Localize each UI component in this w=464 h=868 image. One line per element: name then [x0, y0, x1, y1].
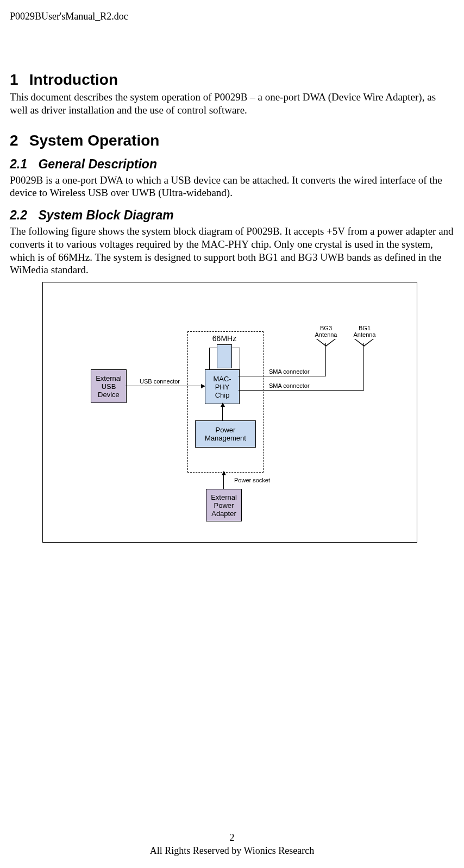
bg1-antenna-stick — [363, 343, 364, 346]
bg3-antenna-icon — [316, 339, 336, 347]
subsection-2-1-paragraph: P0029B is a one-port DWA to which a USB … — [10, 174, 454, 200]
header-filename: P0029BUser'sManual_R2.doc — [10, 11, 454, 22]
power-management-label: Power Management — [205, 426, 246, 442]
mac-phy-chip-block: MAC- PHY Chip — [205, 369, 240, 404]
section-2-title: System Operation — [29, 132, 160, 149]
bg3-antenna-text: BG3 Antenna — [315, 325, 337, 338]
sma-connector-1-label: SMA connector — [269, 368, 310, 375]
subsection-2-2-number: 2.2 — [10, 208, 35, 223]
section-1-heading: 1 Introduction — [10, 71, 454, 89]
bg3-antenna-stick — [325, 343, 326, 346]
power-management-block: Power Management — [195, 420, 256, 448]
external-power-adapter-block: External Power Adapter — [206, 489, 242, 521]
bg3-antenna-label: BG3 Antenna — [312, 325, 340, 338]
document-page: P0029BUser'sManual_R2.doc 1 Introduction… — [0, 0, 464, 868]
sma-connector-2-line-v — [363, 346, 364, 391]
subsection-2-2-title: System Block Diagram — [38, 208, 173, 222]
mac-phy-label: MAC- PHY Chip — [213, 375, 231, 399]
section-1-number: 1 — [10, 71, 25, 89]
power-to-macphy-line — [222, 403, 223, 420]
subsection-2-1-number: 2.1 — [10, 157, 35, 172]
section-2-number: 2 — [10, 132, 25, 149]
section-2-heading: 2 System Operation — [10, 132, 454, 149]
section-1-title: Introduction — [29, 71, 118, 88]
subsection-2-1-title: General Description — [38, 157, 157, 171]
subsection-2-2-paragraph: The following figure shows the system bl… — [10, 225, 454, 276]
section-1-paragraph: This document describes the system opera… — [10, 91, 454, 117]
sma-connector-2-label: SMA connector — [269, 382, 310, 389]
bg1-antenna-text: BG1 Antenna — [354, 325, 376, 338]
sma-connector-1-line-h — [239, 376, 325, 376]
usb-connector-line — [126, 386, 205, 386]
crystal-block — [217, 344, 232, 368]
bg1-antenna-icon — [354, 339, 374, 347]
crystal-wire-left — [209, 348, 217, 370]
copyright-text: All Rights Reserved by Wionics Research — [0, 845, 464, 857]
external-usb-device-block: External USB Device — [91, 369, 127, 403]
usb-connector-label: USB connector — [140, 378, 180, 385]
sma-connector-2-line-h — [239, 390, 363, 391]
crystal-wire-right — [232, 348, 240, 370]
external-power-line — [223, 471, 224, 489]
crystal-freq-label: 66MHz — [204, 334, 245, 343]
page-number: 2 — [0, 832, 464, 844]
external-power-label: External Power Adapter — [211, 493, 237, 518]
subsection-2-2-heading: 2.2 System Block Diagram — [10, 208, 454, 223]
sma-connector-1-line-v — [325, 346, 326, 376]
page-footer: 2 All Rights Reserved by Wionics Researc… — [0, 832, 464, 857]
power-socket-label: Power socket — [234, 477, 270, 483]
bg1-antenna-label: BG1 Antenna — [352, 325, 378, 338]
external-usb-label: External USB Device — [96, 374, 122, 399]
block-diagram: 66MHz MAC- PHY Chip Power Management Ext… — [42, 282, 417, 543]
subsection-2-1-heading: 2.1 General Description — [10, 157, 454, 172]
